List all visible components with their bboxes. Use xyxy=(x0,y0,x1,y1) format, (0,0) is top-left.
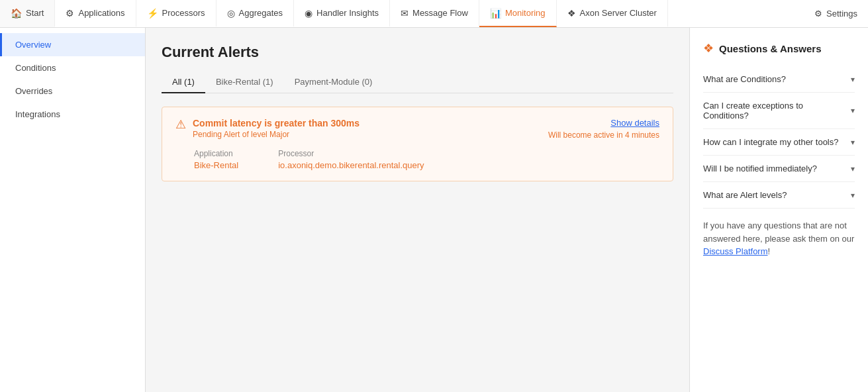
monitoring-icon: 📊 xyxy=(490,8,501,19)
main-content: Current Alerts All (1) Bike-Rental (1) P… xyxy=(146,28,689,392)
chevron-down-icon-5: ▾ xyxy=(851,191,855,200)
alert-timer: Will become active in 4 minutes xyxy=(548,130,659,140)
alert-application-group: Application Bike-Rental xyxy=(194,149,238,170)
top-navigation: 🏠 Start ⚙ Applications ⚡ Processors ◎ Ag… xyxy=(0,0,868,28)
nav-item-aggregates[interactable]: ◎ Aggregates xyxy=(217,0,295,27)
qa-question-5[interactable]: What are Alert levels? ▾ xyxy=(703,190,855,200)
tab-bike-rental[interactable]: Bike-Rental (1) xyxy=(205,72,284,93)
qa-header: ❖ Questions & Answers xyxy=(703,41,855,56)
nav-item-axon-server-cluster[interactable]: ❖ Axon Server Cluster xyxy=(557,0,668,27)
qa-question-2[interactable]: Can I create exceptions to Conditions? ▾ xyxy=(703,101,855,121)
tab-all[interactable]: All (1) xyxy=(162,72,205,93)
page-title: Current Alerts xyxy=(162,44,673,61)
qa-item-2[interactable]: Can I create exceptions to Conditions? ▾ xyxy=(703,93,855,129)
nav-item-processors[interactable]: ⚡ Processors xyxy=(136,0,217,27)
discuss-platform-link[interactable]: Discuss Platform xyxy=(703,246,768,256)
alert-right: Show details Will become active in 4 min… xyxy=(548,118,659,140)
main-layout: Overview Conditions Overrides Integratio… xyxy=(0,28,868,392)
nav-item-applications[interactable]: ⚙ Applications xyxy=(55,0,136,27)
alert-processor-group: Processor io.axoniq.demo.bikerental.rent… xyxy=(278,149,424,170)
nav-settings[interactable]: ⚙ Settings xyxy=(804,0,868,27)
alert-subtitle: Pending Alert of level Major xyxy=(193,130,360,139)
alert-title: Commit latency is greater than 300ms xyxy=(193,118,360,128)
alert-application-label: Application xyxy=(194,149,238,158)
show-details-link[interactable]: Show details xyxy=(548,118,659,128)
nav-item-monitoring[interactable]: 📊 Monitoring xyxy=(479,0,557,27)
alert-tabs: All (1) Bike-Rental (1) Payment-Module (… xyxy=(162,72,673,93)
chevron-down-icon-2: ▾ xyxy=(851,106,855,115)
qa-question-3[interactable]: How can I integrate my other tools? ▾ xyxy=(703,137,855,147)
sidebar-item-overrides[interactable]: Overrides xyxy=(0,79,145,103)
axon-cluster-icon: ❖ xyxy=(567,8,576,19)
alert-processor-label: Processor xyxy=(278,149,424,158)
qa-item-5[interactable]: What are Alert levels? ▾ xyxy=(703,182,855,209)
home-icon: 🏠 xyxy=(11,8,22,19)
qa-item-4[interactable]: Will I be notified immediately? ▾ xyxy=(703,156,855,182)
chevron-down-icon: ▾ xyxy=(851,75,855,84)
message-flow-icon: ✉ xyxy=(401,8,409,19)
right-panel: ❖ Questions & Answers What are Condition… xyxy=(689,28,868,392)
sidebar: Overview Conditions Overrides Integratio… xyxy=(0,28,146,392)
handler-insights-icon: ◉ xyxy=(305,8,313,19)
chevron-down-icon-3: ▾ xyxy=(851,138,855,147)
alert-application-value: Bike-Rental xyxy=(194,160,238,170)
sidebar-item-overview[interactable]: Overview xyxy=(0,33,145,56)
qa-question-1[interactable]: What are Conditions? ▾ xyxy=(703,74,855,84)
applications-icon: ⚙ xyxy=(66,8,74,19)
nav-item-message-flow[interactable]: ✉ Message Flow xyxy=(390,0,479,27)
settings-icon: ⚙ xyxy=(814,9,822,19)
alert-details: Application Bike-Rental Processor io.axo… xyxy=(175,149,659,170)
processors-icon: ⚡ xyxy=(147,8,158,19)
alert-card: ⚠ Commit latency is greater than 300ms P… xyxy=(162,107,673,181)
qa-item-3[interactable]: How can I integrate my other tools? ▾ xyxy=(703,129,855,156)
qa-icon: ❖ xyxy=(703,41,714,56)
qa-footer: If you have any questions that are not a… xyxy=(703,219,855,258)
alert-header: ⚠ Commit latency is greater than 300ms P… xyxy=(175,118,659,140)
nav-item-start[interactable]: 🏠 Start xyxy=(0,0,55,27)
chevron-down-icon-4: ▾ xyxy=(851,164,855,173)
alert-processor-value: io.axoniq.demo.bikerental.rental.query xyxy=(278,160,424,170)
alert-text-block: Commit latency is greater than 300ms Pen… xyxy=(193,118,360,139)
nav-item-handler-insights[interactable]: ◉ Handler Insights xyxy=(294,0,390,27)
alert-warning-icon: ⚠ xyxy=(175,119,186,130)
alert-left: ⚠ Commit latency is greater than 300ms P… xyxy=(175,118,360,139)
qa-question-4[interactable]: Will I be notified immediately? ▾ xyxy=(703,164,855,173)
sidebar-item-integrations[interactable]: Integrations xyxy=(0,103,145,126)
nav-spacer xyxy=(668,0,804,27)
qa-title: Questions & Answers xyxy=(719,43,821,54)
aggregates-icon: ◎ xyxy=(227,8,235,19)
sidebar-item-conditions[interactable]: Conditions xyxy=(0,56,145,79)
tab-payment-module[interactable]: Payment-Module (0) xyxy=(284,72,383,93)
qa-item-1[interactable]: What are Conditions? ▾ xyxy=(703,66,855,93)
